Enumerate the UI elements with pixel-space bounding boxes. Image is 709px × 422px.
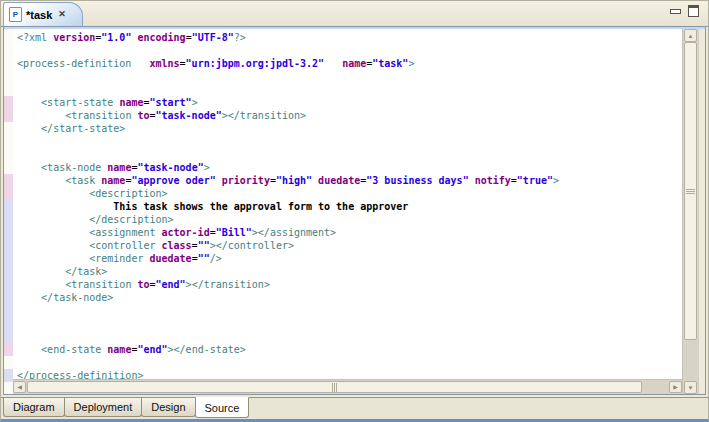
process-file-icon: P [9,7,22,22]
code-line: <end-state name="end"></end-state> [17,343,682,356]
maximize-icon[interactable] [688,5,699,17]
tab-source[interactable]: Source [195,397,250,418]
tab-deployment[interactable]: Deployment [64,398,143,417]
code-line: </task> [17,265,682,278]
tab-diagram[interactable]: Diagram [3,398,65,417]
annotation-gutter [4,29,13,394]
code-line [17,44,682,57]
editor-tabbar: P *task ✕ [1,1,708,27]
vertical-scroll-thumb[interactable] [684,42,697,340]
code-line: <controller class=""></controller> [17,239,682,252]
code-line [17,148,682,161]
code-line: <reminder duedate=""/> [17,252,682,265]
vertical-scrollbar[interactable]: ▲ ▼ [682,29,698,394]
overview-ruler [698,29,705,394]
horizontal-scroll-thumb[interactable] [27,381,642,393]
diff-marker-changed [4,174,13,200]
code-line: </start-state> [17,122,682,135]
vertical-scroll-track[interactable] [684,42,697,381]
code-line [17,356,682,369]
scroll-grip [686,189,695,194]
code-line: <transition to="end"></transition> [17,278,682,291]
horizontal-scrollbar[interactable]: ◀ ▶ [13,379,682,394]
minimize-icon[interactable] [670,9,681,14]
horizontal-scroll-track[interactable] [27,381,668,393]
diff-marker-added [4,369,13,382]
diff-marker-changed [4,343,13,356]
scroll-left-icon[interactable]: ◀ [13,381,26,393]
code-line [17,317,682,330]
diff-marker-added [4,200,13,343]
scroll-up-icon[interactable]: ▲ [684,29,697,42]
code-line: <process-definition xmlns="urn:jbpm.org:… [17,57,682,70]
editor-tab-title: *task [26,9,52,21]
code-line [17,135,682,148]
code-area[interactable]: <?xml version="1.0" encoding="UTF-8"?><p… [13,29,682,379]
code-line: <?xml version="1.0" encoding="UTF-8"?> [17,31,682,44]
tab-design[interactable]: Design [141,398,195,417]
close-icon[interactable]: ✕ [58,10,66,19]
code-line: </description> [17,213,682,226]
editor-tab-task[interactable]: P *task ✕ [3,2,83,26]
code-line [17,330,682,343]
scroll-down-icon[interactable]: ▼ [684,381,697,394]
view-buttons [670,5,699,17]
code-line: <task-node name="task-node"> [17,161,682,174]
code-line [17,304,682,317]
code-line [17,70,682,83]
code-line [17,83,682,96]
page-tabbar: DiagramDeploymentDesignSource [1,397,708,419]
code-line: <start-state name="start"> [17,96,682,109]
code-line: This task shows the approval form to the… [17,200,682,213]
source-editor: <?xml version="1.0" encoding="UTF-8"?><p… [3,27,706,395]
scroll-right-icon[interactable]: ▶ [669,381,682,393]
scroll-grip [332,383,337,392]
diff-marker-changed [4,96,13,122]
code-line: </process-definition> [17,369,682,379]
code-line: </task-node> [17,291,682,304]
editor-window: P *task ✕ <?xml version="1.0" encoding="… [0,0,709,422]
code-line: <description> [17,187,682,200]
editor-body: <?xml version="1.0" encoding="UTF-8"?><p… [4,29,705,394]
code-line: <task name="approve oder" priority="high… [17,174,682,187]
code-line: <transition to="task-node"></transition> [17,109,682,122]
code-line: <assignment actor-id="Bill"></assignment… [17,226,682,239]
